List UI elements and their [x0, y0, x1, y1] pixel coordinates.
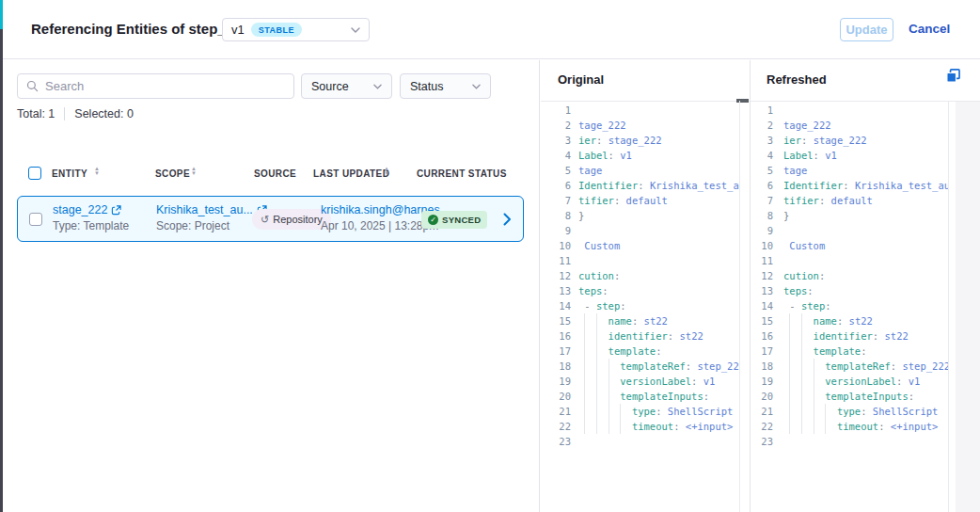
code-line: 7tifier: default: [750, 193, 948, 208]
sort-icon[interactable]: ▲▼: [384, 167, 389, 176]
code-line: 4Label: v1: [541, 148, 739, 163]
line-number: 1: [541, 103, 571, 118]
version-label: v1: [231, 23, 245, 37]
code-line-text: tifier: default: [783, 193, 873, 208]
code-line: 22 timeout: <+input>: [541, 419, 739, 434]
panel-divider: [539, 60, 540, 512]
line-number: 14: [750, 298, 773, 313]
table-row[interactable]: stage_222 Type: Template Krishika_test_a…: [17, 196, 524, 242]
indent-guide: [609, 389, 609, 404]
indent-guide: [620, 404, 621, 419]
indent-guide: [596, 344, 597, 359]
scope-link[interactable]: Krishika_test_au...: [156, 203, 267, 216]
code-line: 16 identifier: st22: [750, 328, 948, 344]
search-input[interactable]: [45, 79, 285, 93]
code-line-text: templateInputs:: [578, 389, 709, 404]
select-all-checkbox[interactable]: [28, 167, 41, 180]
code-line-text: tage_222: [578, 118, 626, 133]
update-button[interactable]: Update: [840, 18, 893, 41]
code-line: 20 templateInputs:: [541, 389, 739, 404]
status-filter-dropdown[interactable]: Status: [400, 73, 491, 99]
code-line: 16 identifier: st22: [541, 328, 739, 344]
code-line-text: versionLabel: v1: [783, 374, 920, 389]
code-line-text: template:: [783, 344, 867, 359]
original-scroll-edge: [739, 101, 740, 512]
code-line-text: templateInputs:: [783, 389, 914, 404]
search-box[interactable]: [17, 73, 294, 99]
code-line: 23: [541, 434, 739, 449]
divider: [64, 107, 65, 120]
code-line: 9: [750, 223, 948, 238]
line-number: 12: [750, 268, 773, 283]
indent-guide: [801, 313, 802, 328]
indent-guide: [596, 313, 597, 328]
code-line: 2tage_222: [750, 118, 948, 133]
repository-icon: ↺: [261, 215, 269, 225]
original-pane-title: Original: [558, 72, 604, 87]
indent-guide: [789, 374, 790, 389]
code-line: 12cution:: [541, 268, 739, 283]
line-number: 17: [750, 344, 773, 359]
code-line: 15 name: st22: [750, 313, 948, 328]
refreshed-code-editor[interactable]: 12tage_2223ier: stage_2224Label: v15tage…: [750, 103, 948, 460]
code-line: 19 versionLabel: v1: [750, 374, 948, 389]
indent-guide: [609, 359, 609, 374]
line-number: 7: [750, 193, 773, 208]
code-line: 14 - step:: [541, 298, 739, 313]
chevron-right-icon[interactable]: [503, 213, 512, 230]
indent-guide: [584, 404, 585, 419]
code-line: 14 - step:: [750, 298, 948, 313]
indent-guide: [789, 404, 790, 419]
external-link-icon: [111, 205, 121, 216]
code-line: 22 timeout: <+input>: [750, 419, 948, 434]
line-number: 5: [750, 163, 773, 178]
copy-icon[interactable]: [944, 67, 963, 86]
line-number: 11: [541, 253, 571, 268]
code-line: 13teps:: [750, 283, 948, 298]
line-number: 20: [541, 389, 571, 404]
code-line-text: cution:: [578, 268, 620, 283]
line-number: 4: [541, 148, 571, 163]
code-line-text: Label: v1: [783, 148, 837, 163]
line-number: 2: [541, 118, 571, 133]
line-number: 3: [750, 133, 773, 148]
entity-link[interactable]: stage_222: [53, 203, 121, 216]
sort-icon[interactable]: ▲▼: [94, 167, 100, 176]
cancel-button[interactable]: Cancel: [909, 22, 950, 36]
line-number: 11: [750, 253, 773, 268]
indent-guide: [801, 389, 802, 404]
indent-guide: [789, 359, 790, 374]
code-area-top-border: [541, 101, 980, 102]
indent-guide: [584, 313, 585, 328]
code-line-text: name: st22: [783, 313, 873, 328]
line-number: 13: [541, 283, 571, 298]
code-line: 11: [750, 253, 948, 268]
code-line-text: timeout: <+input>: [783, 419, 938, 434]
code-line-text: }: [783, 208, 789, 223]
source-filter-dropdown[interactable]: Source: [301, 73, 392, 99]
code-line: 10 Custom: [541, 238, 739, 253]
stable-badge: STABLE: [251, 23, 302, 37]
indent-guide: [814, 389, 814, 404]
chevron-down-icon: [373, 84, 382, 89]
line-number: 9: [750, 223, 773, 238]
line-number: 10: [541, 238, 571, 253]
code-line: 3ier: stage_222: [750, 133, 948, 148]
original-code-editor[interactable]: 12tage_2223ier: stage_2224Label: v15tage…: [541, 103, 739, 460]
indent-guide: [801, 374, 802, 389]
code-line-text: ier: stage_222: [783, 133, 867, 148]
modal-header: Referencing Entities of step_222 v1 STAB…: [3, 0, 980, 59]
source-badge-label: Repository: [273, 214, 323, 225]
indent-guide: [584, 328, 585, 344]
code-line: 2tage_222: [541, 118, 739, 133]
code-line-text: identifier: st22: [783, 328, 909, 344]
sort-icon[interactable]: ▲▼: [191, 167, 197, 176]
refreshed-pane-title: Refreshed: [767, 72, 827, 87]
version-dropdown[interactable]: v1 STABLE: [222, 18, 370, 41]
line-number: 22: [750, 419, 773, 434]
row-checkbox[interactable]: [29, 213, 42, 226]
chevron-down-icon: [472, 84, 481, 89]
column-current-status: CURRENT STATUS: [417, 168, 507, 179]
line-number: 21: [541, 404, 571, 419]
line-number: 15: [541, 313, 571, 328]
